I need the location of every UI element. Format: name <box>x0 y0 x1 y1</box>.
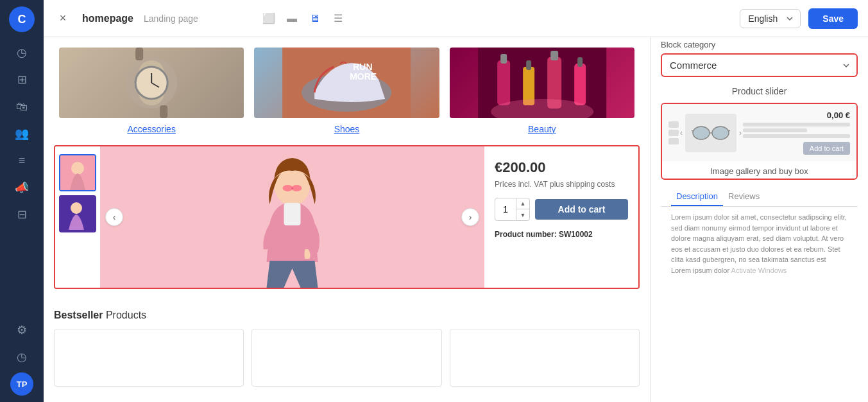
quantity-arrows: ▲ ▼ <box>516 198 529 221</box>
svg-rect-15 <box>526 60 531 70</box>
preview-thumb-3 <box>668 138 679 144</box>
product-figure-svg <box>100 146 484 288</box>
bestseller-product-2 <box>251 329 441 387</box>
sidebar-icon-settings[interactable]: ⚙ <box>10 319 33 342</box>
logo-button[interactable]: C <box>9 6 35 32</box>
svg-rect-6 <box>160 105 167 118</box>
device-tablet[interactable]: ⬜ <box>260 10 278 28</box>
category-card-accessories: Accessories <box>54 48 249 145</box>
preview-arrow-right: › <box>739 128 742 137</box>
sidebar-icon-analytics[interactable]: ◷ <box>10 41 33 64</box>
device-laptop[interactable]: ▬ <box>283 10 301 28</box>
svg-rect-19 <box>577 57 583 67</box>
preview-main-img <box>685 114 736 152</box>
product-thumb-1[interactable] <box>59 154 96 191</box>
bestseller-section: Bestseller Products <box>44 299 650 397</box>
category-row: Accessories RUN MORE Shoes <box>44 37 650 145</box>
preview-lines <box>743 123 850 138</box>
quantity-down[interactable]: ▼ <box>516 209 529 221</box>
svg-point-22 <box>71 162 84 175</box>
svg-text:MORE: MORE <box>350 71 377 82</box>
svg-rect-12 <box>497 60 510 105</box>
product-info: €200.00 Prices incl. VAT plus shipping c… <box>484 146 638 288</box>
close-button[interactable]: × <box>54 10 72 28</box>
svg-text:RUN: RUN <box>353 62 372 72</box>
blocks-panel: Blocks × Block category CommerceLayoutTe… <box>650 0 868 402</box>
preview-line-2 <box>743 128 807 132</box>
product-grid <box>54 329 640 387</box>
user-avatar[interactable]: TP <box>10 372 33 396</box>
svg-rect-17 <box>550 51 558 60</box>
next-image-button[interactable]: › <box>461 208 479 226</box>
product-slider-label: Product slider <box>661 86 858 96</box>
bestseller-title: Bestseller Products <box>54 310 640 321</box>
language-select[interactable]: EnglishGermanFrenchSpanish <box>740 9 801 28</box>
sidebar-icon-users[interactable]: 👥 <box>10 122 33 145</box>
category-card-shoes: RUN MORE Shoes <box>249 48 444 145</box>
thumb-img-pink <box>60 155 95 190</box>
tab-reviews[interactable]: Reviews <box>723 188 765 206</box>
quantity-value: 1 <box>495 204 516 214</box>
svg-point-28 <box>283 185 293 191</box>
device-icons: ⬜ ▬ 🖥 ☰ <box>260 10 347 28</box>
page-title: homepage <box>82 13 133 24</box>
preview-line-1 <box>743 123 850 127</box>
image-gallery-preview-card[interactable]: ‹ › <box>661 103 858 180</box>
preview-thumbs <box>668 121 679 144</box>
svg-point-32 <box>712 127 729 139</box>
category-img-beauty <box>450 48 634 118</box>
product-price: €200.00 <box>495 159 628 176</box>
main-canvas: Accessories RUN MORE Shoes <box>44 37 650 402</box>
tab-description[interactable]: Description <box>671 188 723 206</box>
preview-thumb-1 <box>668 121 679 128</box>
bestseller-product-1 <box>54 329 244 387</box>
svg-point-24 <box>71 202 82 214</box>
quantity-box: 1 ▲ ▼ <box>495 198 530 221</box>
price-note: Prices incl. VAT plus shipping costs <box>495 180 628 189</box>
preview-add-to-cart-button[interactable]: Add to cart <box>803 142 850 155</box>
sidebar-icon-integrations[interactable]: ⊟ <box>10 203 33 226</box>
svg-rect-13 <box>500 54 507 64</box>
svg-point-31 <box>693 127 710 139</box>
save-button[interactable]: Save <box>808 8 858 29</box>
top-bar: × homepage Landing page ⬜ ▬ 🖥 ☰ EnglishG… <box>44 0 868 37</box>
sidebar-icon-content[interactable]: ≡ <box>10 149 33 172</box>
device-list[interactable]: ☰ <box>329 10 347 28</box>
description-tabs: Description Reviews <box>661 188 858 207</box>
product-main-image: ‹ <box>100 146 484 288</box>
category-link-beauty[interactable]: Beauty <box>528 124 556 134</box>
preview-price: 0,00 € <box>743 110 850 120</box>
top-bar-right: EnglishGermanFrenchSpanish Save <box>740 8 858 29</box>
preview-line-3 <box>743 134 850 138</box>
gallery-buy-box-label: Image gallery and buy box <box>662 161 856 179</box>
svg-rect-18 <box>574 64 586 105</box>
product-number: Product number: SW10002 <box>495 230 628 239</box>
category-link-shoes[interactable]: Shoes <box>334 124 360 134</box>
svg-point-29 <box>292 185 302 191</box>
canvas-content: Accessories RUN MORE Shoes <box>44 37 650 402</box>
sidebar-icon-history[interactable]: ◷ <box>10 345 33 369</box>
quantity-up[interactable]: ▲ <box>516 198 529 209</box>
svg-rect-27 <box>284 203 301 225</box>
thumb-img-dark <box>59 195 96 232</box>
sidebar-icon-components[interactable]: ⊞ <box>10 68 33 91</box>
sidebar-icon-store[interactable]: 🛍 <box>10 95 33 118</box>
category-link-accessories[interactable]: Accessories <box>127 124 175 134</box>
preview-arrow-left: ‹ <box>680 128 683 137</box>
add-to-cart-button[interactable]: Add to cart <box>535 199 628 220</box>
category-img-watches <box>59 48 244 118</box>
left-sidebar: C ◷ ⊞ 🛍 👥 ≡ 📣 ⊟ ⚙ ◷ TP <box>0 0 44 402</box>
sidebar-bottom: ⚙ ◷ TP <box>10 319 33 396</box>
svg-line-34 <box>692 130 693 131</box>
preview-info: 0,00 € Add to cart <box>743 110 850 155</box>
product-thumb-2[interactable] <box>59 195 96 232</box>
blocks-content: Block category CommerceLayoutTextMediaNa… <box>651 32 868 402</box>
preview-product-row: ‹ › <box>668 110 850 155</box>
block-category-label: Block category <box>661 40 858 49</box>
sidebar-icon-marketing[interactable]: 📣 <box>10 176 33 199</box>
block-category-select[interactable]: CommerceLayoutTextMediaNavigation <box>661 53 858 77</box>
prev-image-button[interactable]: ‹ <box>105 208 123 226</box>
category-img-shoes: RUN MORE <box>254 48 439 118</box>
device-desktop[interactable]: 🖥 <box>306 10 324 28</box>
category-card-beauty: Beauty <box>445 48 640 145</box>
